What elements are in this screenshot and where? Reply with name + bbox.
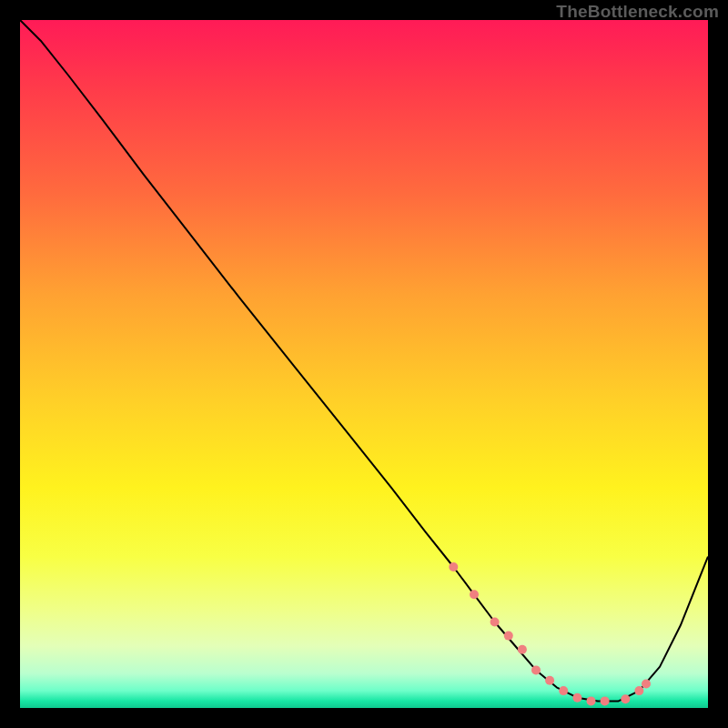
curve-dot bbox=[449, 562, 458, 571]
curve-dot bbox=[587, 696, 596, 705]
curve-dot bbox=[621, 694, 630, 703]
curve-dot bbox=[601, 696, 610, 705]
curve-dot bbox=[531, 665, 541, 674]
curve-dot bbox=[504, 632, 513, 641]
curve-overlay bbox=[20, 20, 708, 708]
curve-dot bbox=[470, 590, 479, 599]
bottleneck-curve bbox=[20, 20, 708, 701]
curve-dot bbox=[642, 680, 651, 689]
curve-dot bbox=[572, 693, 581, 703]
attribution-text: TheBottleneck.com bbox=[556, 2, 719, 22]
curve-dot bbox=[545, 676, 554, 685]
curve-dot bbox=[490, 618, 500, 627]
curve-dots bbox=[449, 562, 651, 705]
curve-dot bbox=[518, 645, 527, 654]
curve-dot bbox=[634, 686, 643, 695]
chart-container: TheBottleneck.com bbox=[0, 0, 728, 728]
curve-dot bbox=[559, 686, 568, 695]
